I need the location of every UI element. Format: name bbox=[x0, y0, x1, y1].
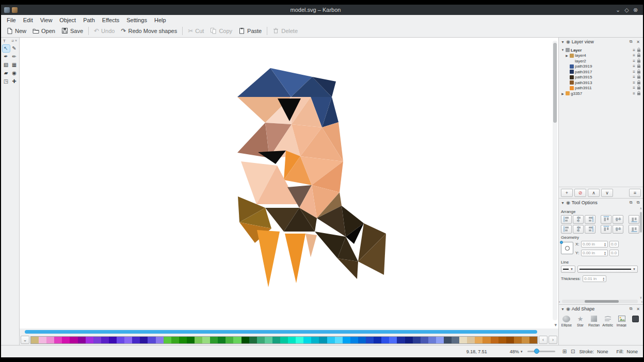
color-swatch-17[interactable] bbox=[164, 337, 171, 343]
tool-dock-close-icon[interactable]: × bbox=[15, 39, 17, 43]
palette-prev-button[interactable]: ‹ bbox=[539, 336, 548, 344]
palette-menu-button[interactable]: ⌄ bbox=[21, 336, 29, 344]
line-style-dropdown[interactable]: ▼ bbox=[577, 266, 638, 273]
tree-expander-icon[interactable]: ▶ bbox=[565, 54, 569, 57]
color-swatch-55[interactable] bbox=[459, 337, 467, 343]
tree-expander-icon[interactable]: ▶ bbox=[561, 92, 565, 95]
color-swatch-4[interactable] bbox=[62, 337, 70, 343]
color-swatch-34[interactable] bbox=[296, 337, 303, 343]
canvas-horizontal-scrollbar[interactable] bbox=[20, 328, 558, 335]
scroll-down-icon[interactable]: ∨ bbox=[639, 295, 642, 299]
layer-row-g3357[interactable]: ▶g3357≡ bbox=[560, 91, 642, 96]
minimize-button[interactable]: ⌄ bbox=[614, 7, 622, 13]
lock-icon[interactable] bbox=[637, 85, 641, 91]
bird-polygon-35[interactable] bbox=[305, 234, 317, 257]
color-swatch-35[interactable] bbox=[303, 337, 311, 343]
color-swatch-0[interactable] bbox=[31, 337, 39, 343]
add-layer-button[interactable]: + bbox=[561, 189, 573, 197]
color-swatch-26[interactable] bbox=[233, 337, 241, 343]
color-swatch-5[interactable] bbox=[70, 337, 77, 343]
lock-icon[interactable] bbox=[637, 58, 641, 64]
layer-row-path3919[interactable]: path3919≡ bbox=[560, 64, 642, 70]
menu-path[interactable]: Path bbox=[79, 16, 99, 24]
color-swatch-15[interactable] bbox=[148, 337, 155, 343]
align-hcenter-button[interactable] bbox=[573, 215, 584, 224]
menu-edit[interactable]: Edit bbox=[20, 16, 37, 24]
layer-row-layer2[interactable]: layer2≡ bbox=[560, 58, 642, 64]
align-top-button[interactable] bbox=[601, 215, 611, 224]
close-button[interactable]: ⊗ bbox=[631, 7, 640, 13]
thickness-spinbox[interactable]: 0.01 in▲▼ bbox=[583, 275, 606, 282]
distribute-vcenter-button[interactable] bbox=[613, 225, 623, 234]
color-swatch-40[interactable] bbox=[343, 337, 350, 343]
panel-horizontal-scrollbar[interactable] bbox=[562, 300, 638, 303]
canvas-vertical-scrollbar[interactable] bbox=[553, 41, 557, 320]
pattern-swatch-shape-item[interactable] bbox=[629, 315, 641, 323]
color-swatch-54[interactable] bbox=[452, 337, 459, 343]
canvas[interactable]: ▾ bbox=[20, 38, 558, 328]
anchor-center-circle[interactable] bbox=[565, 246, 570, 251]
delete-layer-button[interactable]: ⊘ bbox=[574, 189, 586, 197]
color-swatch-19[interactable] bbox=[179, 337, 187, 343]
layer-row-path3913[interactable]: path3913≡ bbox=[560, 80, 642, 86]
lock-icon[interactable] bbox=[637, 91, 641, 96]
visibility-icon[interactable]: ≡ bbox=[633, 53, 635, 58]
pattern-tool[interactable]: ▦ bbox=[11, 61, 18, 69]
distribute-bottom-button[interactable] bbox=[629, 225, 639, 234]
layer-row-layer4[interactable]: ▶layer4≡ bbox=[560, 53, 642, 59]
image-shape-item[interactable]: Image bbox=[616, 315, 628, 327]
color-swatch-23[interactable] bbox=[210, 337, 218, 343]
new-button[interactable]: New bbox=[3, 26, 29, 36]
view-mode-button[interactable]: ≡ bbox=[629, 189, 641, 197]
color-swatch-38[interactable] bbox=[327, 337, 335, 343]
distribute-left-button[interactable] bbox=[561, 225, 572, 234]
width-spinbox[interactable]: 0.0 bbox=[609, 241, 619, 248]
menu-help[interactable]: Help bbox=[151, 16, 170, 24]
lock-icon[interactable] bbox=[637, 47, 641, 53]
zoom-control[interactable]: 48% ▼ bbox=[510, 349, 523, 354]
panel-vertical-scrollbar[interactable] bbox=[639, 208, 642, 298]
menu-view[interactable]: View bbox=[37, 16, 56, 24]
color-swatch-58[interactable] bbox=[482, 337, 490, 343]
canvas-vscroll-thumb[interactable] bbox=[553, 43, 557, 123]
color-swatch-48[interactable] bbox=[405, 337, 413, 343]
color-swatch-49[interactable] bbox=[413, 337, 421, 343]
layer-row-Layer[interactable]: ▼Layer≡ bbox=[560, 47, 642, 53]
calligraphy-tool[interactable]: ✒ bbox=[3, 53, 10, 60]
artistic-shape-item[interactable]: Artistic bbox=[602, 315, 614, 327]
crop-tool[interactable]: ◳ bbox=[3, 78, 10, 85]
tool-dock-float-icon[interactable]: ⧄ bbox=[11, 39, 13, 43]
color-swatch-32[interactable] bbox=[280, 337, 288, 343]
color-swatch-30[interactable] bbox=[265, 337, 272, 343]
layer-row-path3915[interactable]: path3915≡ bbox=[560, 75, 642, 80]
canvas-hscroll-thumb[interactable] bbox=[25, 330, 537, 334]
color-swatch-8[interactable] bbox=[93, 337, 101, 343]
align-right-button[interactable] bbox=[585, 215, 595, 224]
color-swatch-16[interactable] bbox=[156, 337, 164, 343]
lock-icon[interactable] bbox=[637, 74, 641, 80]
color-swatch-43[interactable] bbox=[366, 337, 374, 343]
position-anchor-widget[interactable] bbox=[561, 242, 573, 254]
distribute-hcenter-button[interactable] bbox=[573, 225, 584, 234]
color-swatch-41[interactable] bbox=[350, 337, 358, 343]
color-swatch-20[interactable] bbox=[187, 337, 195, 343]
color-swatch-22[interactable] bbox=[202, 337, 210, 343]
color-swatch-12[interactable] bbox=[124, 337, 132, 343]
color-swatch-60[interactable] bbox=[498, 337, 506, 343]
color-swatch-63[interactable] bbox=[522, 337, 529, 343]
save-button[interactable]: Save bbox=[58, 26, 86, 36]
star-shape-item[interactable]: ★Star bbox=[574, 315, 587, 327]
layer-row-path3911[interactable]: path3911≡ bbox=[560, 86, 642, 91]
node-edit-tool[interactable]: ✎ bbox=[11, 45, 18, 52]
align-left-button[interactable] bbox=[561, 215, 572, 224]
menu-settings[interactable]: Settings bbox=[123, 16, 151, 24]
eraser-tool[interactable]: ▰ bbox=[3, 70, 10, 77]
color-swatch-18[interactable] bbox=[171, 337, 179, 343]
color-swatch-6[interactable] bbox=[78, 337, 86, 343]
visibility-icon[interactable]: ≡ bbox=[633, 64, 635, 69]
color-swatch-44[interactable] bbox=[374, 337, 381, 343]
rectan-shape-item[interactable]: Rectan bbox=[588, 315, 600, 327]
menu-file[interactable]: File bbox=[3, 16, 20, 24]
fill-tool[interactable]: ◉ bbox=[11, 70, 18, 77]
zoom-slider-knob[interactable] bbox=[534, 349, 539, 354]
